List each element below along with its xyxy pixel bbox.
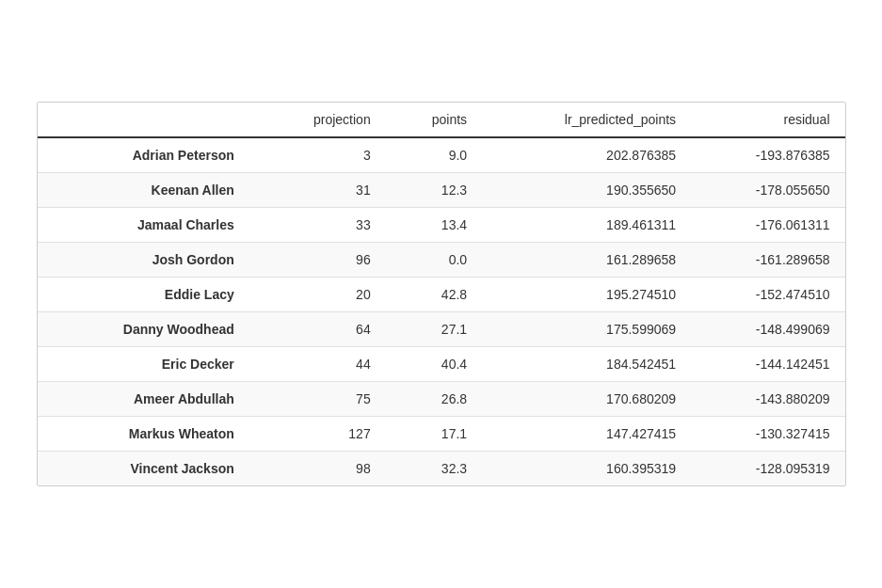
- table-row: Eric Decker4440.4184.542451-144.142451: [38, 347, 845, 382]
- cell-residual: -161.289658: [691, 243, 844, 278]
- table-row: Jamaal Charles3313.4189.461311-176.06131…: [38, 208, 845, 243]
- cell-points: 40.4: [386, 347, 482, 382]
- cell-lr-predicted: 184.542451: [482, 347, 691, 382]
- cell-lr-predicted: 189.461311: [482, 208, 691, 243]
- table-row: Markus Wheaton12717.1147.427415-130.3274…: [38, 417, 845, 452]
- cell-projection: 33: [257, 208, 386, 243]
- cell-lr-predicted: 147.427415: [482, 417, 691, 452]
- cell-residual: -130.327415: [691, 417, 844, 452]
- cell-points: 27.1: [386, 312, 482, 347]
- cell-player-name: Jamaal Charles: [38, 208, 257, 243]
- cell-player-name: Ameer Abdullah: [38, 382, 257, 417]
- data-table: projection points lr_predicted_points re…: [37, 102, 846, 486]
- cell-residual: -176.061311: [691, 208, 844, 243]
- cell-lr-predicted: 161.289658: [482, 243, 691, 278]
- table-row: Eddie Lacy2042.8195.274510-152.474510: [38, 278, 845, 312]
- cell-player-name: Adrian Peterson: [38, 137, 257, 173]
- cell-points: 9.0: [386, 137, 482, 173]
- cell-player-name: Josh Gordon: [38, 243, 257, 278]
- col-header-name: [38, 103, 257, 137]
- cell-player-name: Danny Woodhead: [38, 312, 257, 347]
- col-header-projection: projection: [257, 103, 386, 137]
- cell-player-name: Vincent Jackson: [38, 452, 257, 486]
- cell-player-name: Keenan Allen: [38, 173, 257, 208]
- cell-residual: -193.876385: [691, 137, 844, 173]
- cell-points: 12.3: [386, 173, 482, 208]
- table-row: Keenan Allen3112.3190.355650-178.055650: [38, 173, 845, 208]
- col-header-residual: residual: [691, 103, 844, 137]
- cell-projection: 64: [257, 312, 386, 347]
- cell-points: 32.3: [386, 452, 482, 486]
- cell-lr-predicted: 170.680209: [482, 382, 691, 417]
- cell-residual: -152.474510: [691, 278, 844, 312]
- table-row: Ameer Abdullah7526.8170.680209-143.88020…: [38, 382, 845, 417]
- cell-projection: 3: [257, 137, 386, 173]
- cell-projection: 127: [257, 417, 386, 452]
- cell-player-name: Eric Decker: [38, 347, 257, 382]
- cell-lr-predicted: 190.355650: [482, 173, 691, 208]
- cell-player-name: Eddie Lacy: [38, 278, 257, 312]
- cell-points: 42.8: [386, 278, 482, 312]
- cell-projection: 96: [257, 243, 386, 278]
- table-row: Adrian Peterson39.0202.876385-193.876385: [38, 137, 845, 173]
- cell-projection: 31: [257, 173, 386, 208]
- cell-lr-predicted: 175.599069: [482, 312, 691, 347]
- cell-residual: -178.055650: [691, 173, 844, 208]
- cell-points: 17.1: [386, 417, 482, 452]
- col-header-points: points: [386, 103, 482, 137]
- table-header-row: projection points lr_predicted_points re…: [38, 103, 845, 137]
- table-row: Vincent Jackson9832.3160.395319-128.0953…: [38, 452, 845, 486]
- cell-projection: 75: [257, 382, 386, 417]
- cell-residual: -143.880209: [691, 382, 844, 417]
- table-row: Josh Gordon960.0161.289658-161.289658: [38, 243, 845, 278]
- cell-points: 0.0: [386, 243, 482, 278]
- cell-residual: -148.499069: [691, 312, 844, 347]
- cell-residual: -128.095319: [691, 452, 844, 486]
- cell-lr-predicted: 160.395319: [482, 452, 691, 486]
- cell-projection: 98: [257, 452, 386, 486]
- cell-residual: -144.142451: [691, 347, 844, 382]
- col-header-lr-predicted: lr_predicted_points: [482, 103, 691, 137]
- cell-lr-predicted: 195.274510: [482, 278, 691, 312]
- cell-projection: 44: [257, 347, 386, 382]
- cell-player-name: Markus Wheaton: [38, 417, 257, 452]
- cell-points: 26.8: [386, 382, 482, 417]
- cell-projection: 20: [257, 278, 386, 312]
- cell-points: 13.4: [386, 208, 482, 243]
- cell-lr-predicted: 202.876385: [482, 137, 691, 173]
- table-row: Danny Woodhead6427.1175.599069-148.49906…: [38, 312, 845, 347]
